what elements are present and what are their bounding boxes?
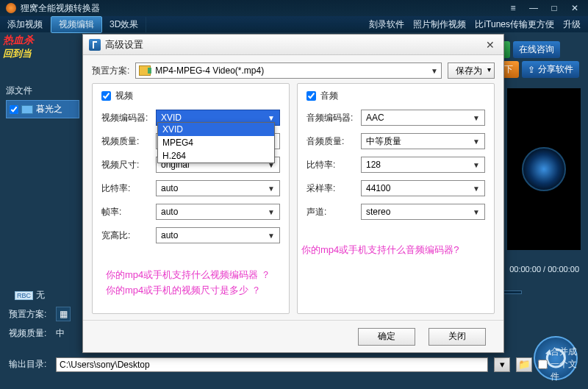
video-aspect-label: 宽高比: xyxy=(101,229,150,242)
preset-dropdown[interactable]: MP4-MPEG-4 Video(*.mp4) ▼ xyxy=(135,63,442,79)
audio-quality-label: 音频质量: xyxy=(306,135,355,148)
preset-row: 预置方案: MP4-MPEG-4 Video(*.mp4) ▼ 保存为 xyxy=(83,55,503,83)
dialog-titlebar: 高级设置 ✕ xyxy=(83,35,503,55)
source-item-check[interactable] xyxy=(10,105,18,114)
mp4-icon xyxy=(139,65,151,76)
quality-value: 中 xyxy=(56,327,65,340)
merge-text: 合并成一个文件 xyxy=(551,346,579,383)
app-icon xyxy=(6,3,16,13)
video-size-label: 视频尺寸: xyxy=(101,159,150,171)
rbc-icon: RBC xyxy=(15,291,33,300)
audio-bitrate-label: 比特率: xyxy=(306,159,355,171)
minimize-button[interactable]: ― xyxy=(526,3,541,13)
option-xvid[interactable]: XVID xyxy=(158,123,274,136)
video-quality-label: 视频质量: xyxy=(101,135,150,148)
annotation-audio: 你的mp4或手机支持什么音频编码器? xyxy=(301,243,485,258)
source-title: 源文件 xyxy=(6,85,79,97)
rbc-status: RBC 无 xyxy=(15,289,45,301)
annotation-video: 你的mp4或手机支持什么视频编码器 ？ 你的mp4或手机的视频尺寸是多少 ？ xyxy=(106,268,270,299)
link-burn[interactable]: 刻录软件 xyxy=(369,18,404,31)
audio-channel-select[interactable]: stereo▼ xyxy=(361,204,485,220)
audio-encoder-select[interactable]: AAC▼ xyxy=(361,110,485,126)
audio-sample-select[interactable]: 44100▼ xyxy=(361,180,485,196)
source-item[interactable]: 暮光之 xyxy=(6,100,79,118)
video-encoder-label: 视频编码器: xyxy=(101,112,150,124)
audio-sample-label: 采样率: xyxy=(306,182,355,195)
option-h264[interactable]: H.264 xyxy=(158,149,274,163)
audio-quality-select[interactable]: 中等质量▼ xyxy=(361,133,485,149)
video-aspect-select[interactable]: auto▼ xyxy=(156,227,280,243)
app-title: 狸窝全能视频转换器 xyxy=(21,2,506,15)
options-button[interactable]: ≡ xyxy=(506,3,520,13)
video-enable-checkbox[interactable] xyxy=(101,91,111,101)
rbc-text: 无 xyxy=(36,289,45,301)
dialog-footer: 确定 关闭 xyxy=(83,320,503,352)
ok-button[interactable]: 确定 xyxy=(358,328,415,346)
badge-online[interactable]: 在线咨询 xyxy=(513,41,560,58)
link-itunes[interactable]: 比iTunes传输更方便 xyxy=(475,18,554,31)
advanced-settings-dialog: 高级设置 ✕ 预置方案: MP4-MPEG-4 Video(*.mp4) ▼ 保… xyxy=(82,34,504,353)
source-panel: 源文件 暮光之 xyxy=(6,85,79,276)
video-section-label: 视频 xyxy=(115,90,133,102)
browse-button[interactable]: ▾ xyxy=(494,357,510,372)
audio-encoder-label: 音频编码器: xyxy=(306,112,355,124)
settings-icon xyxy=(89,39,101,51)
dialog-close-button[interactable]: ✕ xyxy=(483,38,498,51)
video-encoder-options: XVID MPEG4 H.264 xyxy=(157,122,275,163)
banner-line2: 回到当 xyxy=(3,47,85,60)
audio-enable-checkbox[interactable] xyxy=(306,91,316,101)
quality-label: 视频质量: xyxy=(9,327,50,340)
badge-share[interactable]: ⇪ 分享软件 xyxy=(522,61,579,78)
video-fps-label: 帧率: xyxy=(101,206,150,218)
audio-channel-label: 声道: xyxy=(306,206,355,218)
tab-3d-effect[interactable]: 3D效果 xyxy=(102,17,146,32)
disc-icon xyxy=(522,147,566,191)
video-fps-select[interactable]: auto▼ xyxy=(156,204,280,220)
audio-column: 音频 音频编码器: AAC▼ 音频质量: 中等质量▼ 比特率: 128▼ 采样率… xyxy=(297,83,495,314)
video-column: 视频 视频编码器: XVID▼ 视频质量: ▼ 视频尺寸: original▼ … xyxy=(92,83,290,314)
video-bitrate-label: 比特率: xyxy=(101,182,150,195)
tab-add-video[interactable]: 添加视频 xyxy=(0,17,51,32)
preset-label: 预置方案: xyxy=(92,65,129,77)
audio-bitrate-select[interactable]: 128▼ xyxy=(361,157,485,173)
merge-checkbox[interactable] xyxy=(538,360,548,369)
cancel-button[interactable]: 关闭 xyxy=(429,328,486,346)
merge-checkbox-label[interactable]: 合并成一个文件 xyxy=(538,346,579,383)
audio-section-label: 音频 xyxy=(320,90,338,102)
chevron-down-icon: ▼ xyxy=(431,67,438,75)
video-bitrate-select[interactable]: auto▼ xyxy=(156,180,280,196)
dialog-title: 高级设置 xyxy=(105,38,143,51)
tab-video-edit[interactable]: 视频编辑 xyxy=(51,16,102,33)
output-path-input[interactable] xyxy=(56,357,488,372)
preset-icon-button[interactable]: ▦ xyxy=(56,307,71,321)
output-label: 输出目录: xyxy=(9,358,50,371)
preset-label: 预置方案: xyxy=(9,308,50,321)
option-mpeg4[interactable]: MPEG4 xyxy=(158,136,274,149)
preview-pane xyxy=(507,88,581,250)
timecode: 00:00:00 / 00:00:00 xyxy=(509,265,579,274)
toolbar: 添加视频 视频编辑 3D效果 刻录软件 照片制作视频 比iTunes传输更方便 … xyxy=(0,16,588,32)
maximize-button[interactable]: □ xyxy=(547,3,562,13)
open-folder-button[interactable]: 📁 xyxy=(516,357,532,372)
link-photo[interactable]: 照片制作视频 xyxy=(413,18,466,31)
titlebar: 狸窝全能视频转换器 ≡ ― □ ✕ xyxy=(0,0,588,16)
banner: 热血杀 回到当 xyxy=(0,32,88,65)
banner-line1: 热血杀 xyxy=(3,34,85,47)
preset-value: MP4-MPEG-4 Video(*.mp4) xyxy=(155,65,426,76)
close-button[interactable]: ✕ xyxy=(567,3,582,13)
source-item-name: 暮光之 xyxy=(36,103,62,115)
save-as-button[interactable]: 保存为 xyxy=(448,63,495,79)
film-icon xyxy=(21,105,33,114)
link-upgrade[interactable]: 升级 xyxy=(563,18,581,31)
